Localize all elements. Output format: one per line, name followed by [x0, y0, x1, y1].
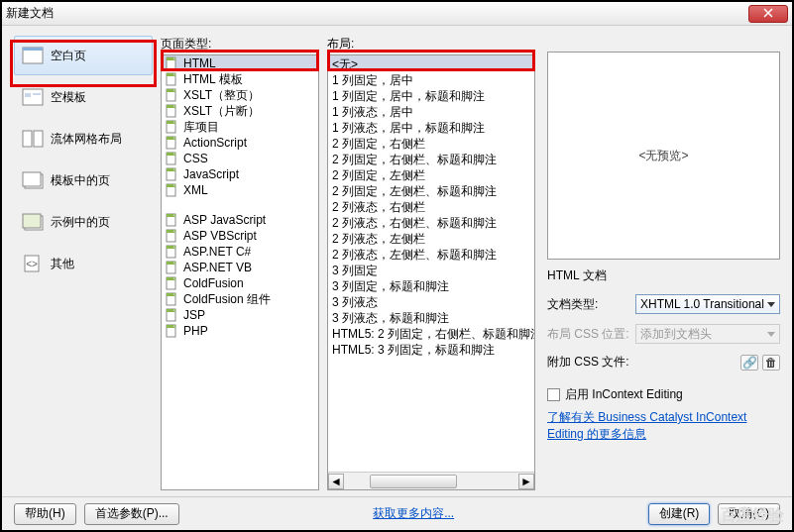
layout-item[interactable]: 2 列液态，右侧栏 [328, 198, 534, 214]
page-type-item[interactable]: ASP VBScript [162, 228, 318, 244]
close-button[interactable] [748, 5, 788, 23]
file-icon [164, 183, 179, 197]
file-icon [164, 261, 179, 274]
page-type-item[interactable]: JSP [162, 307, 318, 323]
page-type-item[interactable]: HTML [162, 55, 318, 71]
layout-item[interactable]: 2 列液态，右侧栏、标题和脚注 [328, 214, 534, 230]
page-type-item[interactable]: HTML 模板 [162, 71, 318, 87]
new-document-dialog: 新建文档 空白页空模板流体网格布局模板中的页示例中的页<>其他 页面类型: HT… [0, 0, 794, 532]
get-more-link[interactable]: 获取更多内容... [373, 505, 454, 522]
file-icon [164, 56, 179, 70]
page-type-label: CSS [183, 152, 208, 165]
layout-item[interactable]: 1 列固定，居中，标题和脚注 [328, 87, 534, 103]
dialog-footer: 帮助(H) 首选参数(P)... 获取更多内容... 创建(R) 取消(C) [2, 496, 792, 530]
page-type-label: JSP [183, 308, 205, 322]
page-type-label: ASP JavaScript [183, 213, 266, 227]
layout-item[interactable]: 1 列液态，居中 [328, 103, 534, 119]
layout-hscrollbar[interactable]: ◄ ► [328, 472, 534, 489]
create-button[interactable]: 创建(R) [648, 503, 711, 525]
page-type-label: ASP.NET VB [183, 261, 252, 274]
doctype-select[interactable]: XHTML 1.0 Transitional [635, 294, 780, 314]
layout-item[interactable]: 2 列液态，左侧栏 [328, 230, 534, 246]
file-icon [164, 229, 179, 243]
file-icon [164, 72, 179, 86]
dialog-title: 新建文档 [6, 5, 748, 22]
layout-item[interactable]: <无> [328, 55, 534, 71]
svg-rect-8 [23, 172, 41, 186]
scroll-right-button[interactable]: ► [518, 474, 534, 489]
file-icon [164, 120, 179, 134]
file-icon [164, 104, 179, 118]
category-item[interactable]: 模板中的页 [14, 160, 153, 200]
page-type-item[interactable]: JavaScript [162, 166, 318, 182]
layout-item[interactable]: 3 列固定，标题和脚注 [328, 277, 534, 293]
layout-label: 布局: [327, 36, 535, 53]
layout-item[interactable]: 2 列固定，右侧栏、标题和脚注 [328, 151, 534, 166]
scroll-left-button[interactable]: ◄ [328, 474, 344, 489]
page-type-item[interactable]: ColdFusion [162, 275, 318, 291]
category-label: 空白页 [51, 48, 86, 64]
remove-css-button[interactable]: 🗑 [762, 355, 780, 371]
svg-rect-3 [25, 93, 31, 97]
css-attach-label: 附加 CSS 文件: [547, 354, 631, 371]
page-type-item[interactable]: ASP JavaScript [162, 212, 318, 228]
category-label: 空模板 [51, 89, 86, 106]
page-type-label: ActionScript [183, 136, 247, 150]
page-type-label: ASP.NET C# [183, 245, 251, 259]
category-icon [21, 46, 45, 65]
help-button[interactable]: 帮助(H) [14, 503, 76, 525]
category-item[interactable]: <>其他 [14, 244, 153, 283]
category-icon: <> [21, 254, 45, 273]
page-type-item[interactable]: ASP.NET VB [162, 260, 318, 275]
category-label: 流体网格布局 [51, 131, 122, 148]
scroll-thumb[interactable] [370, 475, 457, 488]
page-type-item[interactable]: ActionScript [162, 135, 318, 151]
layout-item[interactable]: 3 列液态，标题和脚注 [328, 309, 534, 325]
titlebar: 新建文档 [2, 2, 792, 26]
layout-item[interactable]: 3 列固定 [328, 262, 534, 277]
page-type-label: JavaScript [183, 167, 239, 181]
incontext-help-link[interactable]: 了解有关 Business Catalyst InContext Editing… [547, 409, 780, 443]
css-position-select: 添加到文档头 [635, 324, 780, 344]
preview-text: <无预览> [638, 148, 688, 164]
file-icon [164, 324, 179, 338]
category-item[interactable]: 空白页 [14, 36, 153, 75]
page-type-item[interactable]: ASP.NET C# [162, 244, 318, 260]
file-icon [164, 292, 179, 306]
layout-item[interactable]: 1 列液态，居中，标题和脚注 [328, 119, 534, 135]
incontext-checkbox[interactable] [547, 388, 560, 401]
file-icon [164, 213, 179, 227]
link-icon: 🔗 [742, 356, 757, 370]
cancel-button[interactable]: 取消(C) [718, 503, 780, 525]
page-type-item[interactable]: ColdFusion 组件 [162, 291, 318, 307]
file-icon [164, 167, 179, 181]
layout-item[interactable]: 2 列固定，左侧栏 [328, 166, 534, 182]
layout-item[interactable]: 2 列液态，左侧栏、标题和脚注 [328, 246, 534, 262]
category-item[interactable]: 空模板 [14, 77, 153, 117]
layout-list[interactable]: <无>1 列固定，居中1 列固定，居中，标题和脚注1 列液态，居中1 列液态，居… [327, 54, 535, 490]
attach-css-button[interactable]: 🔗 [740, 355, 758, 371]
category-label: 其他 [51, 256, 74, 272]
page-type-item[interactable]: CSS [162, 151, 318, 166]
category-icon [21, 87, 45, 107]
layout-item[interactable]: 3 列液态 [328, 293, 534, 309]
page-type-item[interactable]: XSLT（整页） [162, 87, 318, 103]
chevron-down-icon [767, 332, 775, 337]
page-type-item[interactable]: PHP [162, 323, 318, 339]
layout-item[interactable]: HTML5: 3 列固定，标题和脚注 [328, 341, 534, 357]
category-item[interactable]: 流体网格布局 [14, 119, 153, 159]
svg-text:<>: <> [26, 259, 38, 269]
preferences-button[interactable]: 首选参数(P)... [84, 503, 179, 525]
layout-item[interactable]: 2 列固定，右侧栏 [328, 135, 534, 151]
page-type-list[interactable]: HTMLHTML 模板XSLT（整页）XSLT（片断）库项目ActionScri… [161, 54, 319, 490]
page-type-item[interactable]: XML [162, 182, 318, 198]
category-item[interactable]: 示例中的页 [14, 202, 153, 242]
page-type-item[interactable]: XSLT（片断） [162, 103, 318, 119]
layout-item[interactable]: 1 列固定，居中 [328, 71, 534, 87]
page-type-label: PHP [183, 324, 208, 338]
category-label: 模板中的页 [51, 172, 110, 189]
page-type-item[interactable]: 库项目 [162, 119, 318, 135]
layout-item[interactable]: HTML5: 2 列固定，右侧栏、标题和脚注 [328, 325, 534, 341]
page-type-label: HTML [183, 56, 216, 70]
layout-item[interactable]: 2 列固定，左侧栏、标题和脚注 [328, 182, 534, 198]
